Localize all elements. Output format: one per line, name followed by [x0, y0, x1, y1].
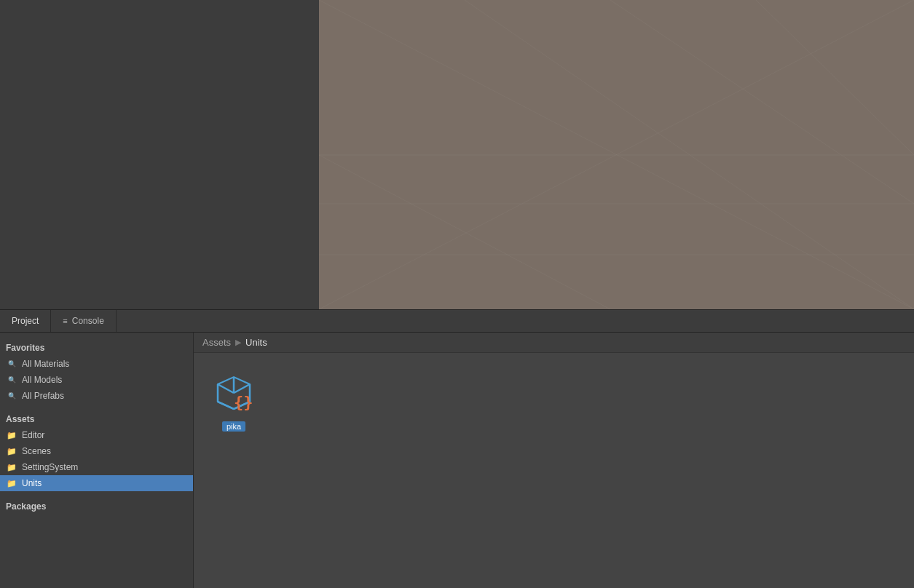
search-icon: [6, 390, 17, 402]
file-item-pika[interactable]: {} pika: [205, 365, 262, 434]
file-icon-container: {}: [208, 368, 259, 418]
file-label-pika: pika: [222, 421, 245, 432]
top-section: [0, 0, 914, 309]
main-content: Assets ▶ Units: [194, 333, 914, 588]
setting-system-label: SettingSystem: [22, 462, 78, 472]
sidebar-item-all-models[interactable]: All Models: [0, 372, 193, 388]
folder-icon: [6, 477, 17, 489]
console-tab-label: Console: [72, 316, 104, 326]
project-tab-label: Project: [12, 316, 39, 326]
bottom-section: Favorites All Materials All Models All P…: [0, 333, 914, 588]
viewport: [319, 0, 914, 309]
sidebar-item-all-prefabs[interactable]: All Prefabs: [0, 388, 193, 404]
sidebar-item-all-materials[interactable]: All Materials: [0, 356, 193, 372]
divider2: [0, 491, 193, 497]
all-materials-label: All Materials: [22, 359, 69, 369]
divider: [0, 404, 193, 410]
all-models-label: All Models: [22, 375, 62, 385]
assets-label: Assets: [0, 410, 193, 427]
svg-line-6: [465, 0, 914, 309]
all-prefabs-label: All Prefabs: [22, 391, 64, 401]
folder-icon: [6, 461, 17, 473]
scenes-label: Scenes: [22, 446, 51, 456]
left-panel: [0, 0, 319, 309]
search-icon: [6, 358, 17, 370]
search-icon: [6, 374, 17, 386]
units-label: Units: [22, 478, 42, 488]
tab-console[interactable]: ≡ Console: [51, 310, 116, 332]
folder-icon: [6, 429, 17, 441]
sidebar-item-units[interactable]: Units: [0, 475, 193, 491]
viewport-grid: [319, 0, 914, 309]
svg-line-8: [756, 0, 914, 155]
file-grid: {} pika: [194, 353, 914, 588]
tab-bar: Project ≡ Console: [0, 309, 914, 333]
svg-line-9: [319, 155, 610, 309]
svg-line-12: [218, 384, 234, 393]
folder-icon: [6, 445, 17, 457]
svg-line-7: [610, 0, 914, 204]
svg-text:{}: {}: [234, 393, 253, 411]
svg-line-16: [218, 402, 234, 409]
breadcrumb-assets[interactable]: Assets: [202, 337, 231, 348]
console-icon: ≡: [63, 317, 67, 325]
prefab-script-icon: {}: [210, 370, 257, 416]
sidebar-item-scenes[interactable]: Scenes: [0, 443, 193, 459]
breadcrumb-units: Units: [245, 337, 267, 348]
sidebar: Favorites All Materials All Models All P…: [0, 333, 194, 588]
editor-label: Editor: [22, 430, 44, 440]
sidebar-item-editor[interactable]: Editor: [0, 427, 193, 443]
breadcrumb-separator: ▶: [235, 338, 241, 347]
svg-line-13: [234, 384, 250, 393]
favorites-label: Favorites: [0, 338, 193, 356]
sidebar-item-setting-system[interactable]: SettingSystem: [0, 459, 193, 475]
tab-project[interactable]: Project: [0, 310, 51, 332]
breadcrumb: Assets ▶ Units: [194, 333, 914, 353]
packages-label: Packages: [0, 497, 193, 514]
